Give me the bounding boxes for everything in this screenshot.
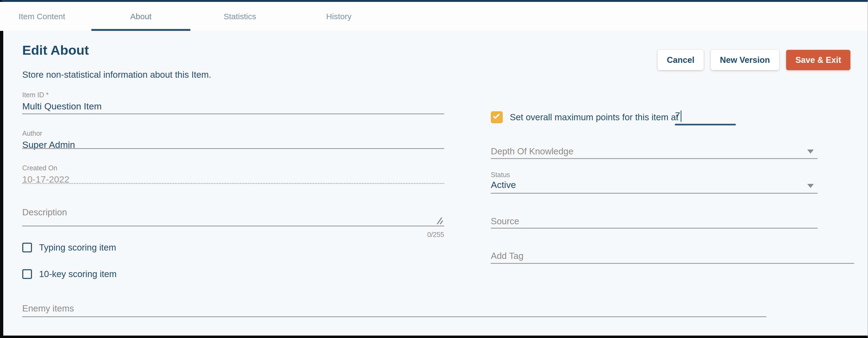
tab-bar: Item Content About Statistics History [0,2,867,31]
status-select[interactable]: Active [491,179,516,190]
tab-statistics[interactable]: Statistics [190,2,289,31]
tenkey-scoring-row: 10-key scoring item [22,269,117,279]
save-exit-button[interactable]: Save & Exit [786,50,850,70]
description-textarea[interactable] [22,210,444,226]
typing-scoring-checkbox[interactable] [22,243,32,252]
chevron-down-icon[interactable] [807,184,814,188]
chevron-down-icon[interactable] [807,149,814,154]
check-icon [493,112,500,119]
max-points-input[interactable]: 7 [675,110,681,122]
resize-handle-icon[interactable] [435,217,444,225]
add-tag-input[interactable]: Add Tag [491,251,524,261]
tab-history[interactable]: History [289,2,388,31]
depth-of-knowledge-underline [491,158,817,159]
enemy-items-input[interactable] [22,306,766,316]
tenkey-scoring-checkbox[interactable] [22,269,32,279]
status-underline [491,193,817,194]
cancel-button[interactable]: Cancel [658,50,704,70]
author-label: Author [22,130,42,137]
author-underline [22,148,444,149]
typing-scoring-row: Typing scoring item [22,242,116,253]
description-counter: 0/255 [22,231,444,239]
tenkey-scoring-label: 10-key scoring item [39,269,117,279]
max-points-underline [675,124,736,125]
status-label: Status [491,171,510,179]
text-caret [681,110,681,122]
source-underline [491,228,817,229]
created-on-underline [22,183,444,184]
description-underline [22,226,444,227]
add-tag-underline [491,263,854,264]
item-id-underline [22,113,444,114]
item-id-input[interactable]: Multi Question Item [22,101,102,111]
item-id-label: Item ID * [22,91,49,99]
enemy-items-underline [22,316,766,317]
header-buttons: Cancel New Version Save & Exit [658,50,850,70]
tab-item-content[interactable]: Item Content [0,2,91,31]
depth-of-knowledge-select[interactable]: Depth Of Knowledge [491,146,574,157]
page-title: Edit About [22,42,89,58]
source-input[interactable]: Source [491,216,519,227]
page-subtitle: Store non-statistical information about … [22,70,211,80]
created-on-label: Created On [22,164,57,172]
max-points-row: Set overall maximum points for this item… [491,111,678,123]
typing-scoring-label: Typing scoring item [39,242,116,253]
max-points-checkbox[interactable] [491,111,503,123]
max-points-label: Set overall maximum points for this item… [510,112,678,123]
page: Item Content About Statistics History Ed… [0,0,868,338]
new-version-button[interactable]: New Version [711,50,779,70]
tab-about[interactable]: About [91,2,190,31]
